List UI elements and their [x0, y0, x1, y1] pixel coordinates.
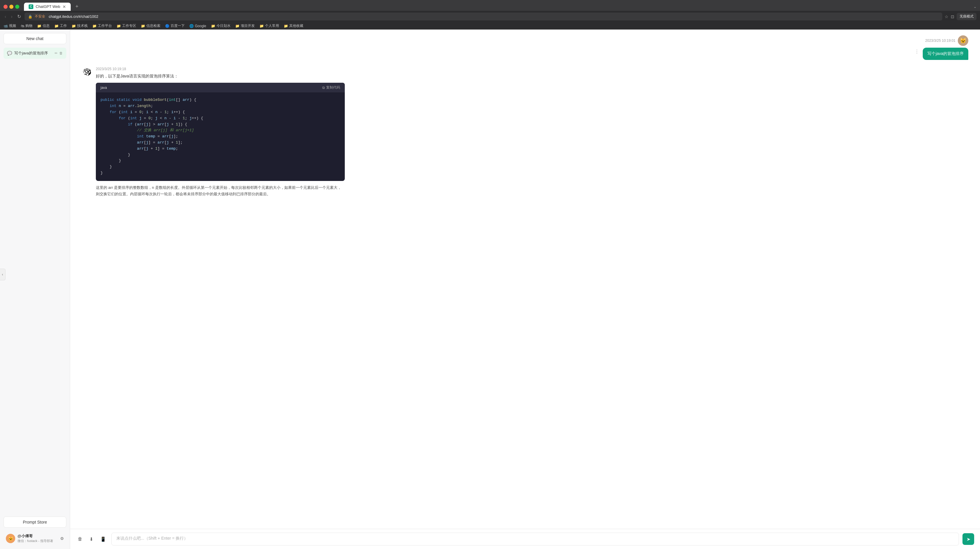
- code-line-6: // 交换 arr[j] 和 arr[j+1]: [100, 128, 340, 134]
- tab-expand: ⌄: [974, 5, 977, 9]
- new-chat-button[interactable]: New chat: [3, 33, 66, 44]
- code-line-12: }: [100, 164, 340, 170]
- bookmarks-bar: 📹视频 🛍购物 📁信息 📁工作 📁技术栈 📁工作平台 📁工作专区 📁信息检索 🔵…: [0, 22, 980, 30]
- bookmark-工作[interactable]: 📁工作: [54, 23, 67, 28]
- new-tab-button[interactable]: +: [73, 2, 81, 11]
- sidebar: New chat 💬 写个java的冒泡排序 ✏ 🗑 Prompt Store …: [0, 30, 70, 549]
- bookmark-label: 百度一下: [171, 23, 185, 28]
- assistant-timestamp: 2023/3/25 10:19:18: [96, 67, 345, 71]
- user-message-bubble: 写个java的冒泡排序: [923, 48, 968, 60]
- reader-view-button[interactable]: ⊡: [951, 14, 954, 19]
- user-message: 2023/3/25 10:19:01 😺 ⋮ 写个java的冒泡排序: [82, 35, 968, 60]
- message-options-button[interactable]: ⋮: [913, 48, 920, 56]
- bookmark-个人常用[interactable]: 📁个人常用: [259, 23, 279, 28]
- code-header: java ⧉ 复制代码: [96, 83, 345, 93]
- maximize-traffic-light[interactable]: [15, 5, 19, 9]
- assistant-message: 2023/3/25 10:19:18 好的，以下是Java语言实现的冒泡排序算法…: [82, 67, 345, 197]
- chat-input-field[interactable]: [111, 533, 959, 546]
- code-line-2: int n = arr.length;: [100, 103, 340, 109]
- bookmark-信息[interactable]: 📁信息: [37, 23, 50, 28]
- bookmark-label: 工作专区: [122, 23, 136, 28]
- minimize-traffic-light[interactable]: [10, 5, 13, 9]
- security-icon: 🔒: [28, 14, 32, 19]
- edit-chat-button[interactable]: ✏: [55, 51, 57, 55]
- send-button[interactable]: ➤: [963, 533, 974, 545]
- download-button[interactable]: ⬇: [88, 535, 95, 544]
- address-input[interactable]: 🔒 不安全 chatgpt.itedus.cn/#/chat/1002: [25, 13, 942, 21]
- bookmark-label: 工作: [60, 23, 67, 28]
- bookmark-label: 其他收藏: [289, 23, 303, 28]
- sidebar-spacer: [3, 60, 66, 517]
- user-message-header: 2023/3/25 10:19:01 😺: [925, 35, 968, 46]
- bookmark-label: 今日划水: [216, 23, 231, 28]
- user-subtitle: 微信：fustack - 指导部著: [18, 539, 58, 543]
- chat-item-bubble-sort[interactable]: 💬 写个java的冒泡排序 ✏ 🗑: [3, 48, 66, 59]
- assistant-content: 2023/3/25 10:19:18 好的，以下是Java语言实现的冒泡排序算法…: [96, 67, 345, 197]
- forward-button[interactable]: ›: [10, 13, 13, 21]
- tab-close-btn[interactable]: ✕: [62, 5, 66, 9]
- browser-tab[interactable]: C ChatGPT Web ✕: [24, 3, 71, 11]
- bookmark-信息检索[interactable]: 📁信息检索: [141, 23, 161, 28]
- code-line-10: }: [100, 152, 340, 158]
- bookmark-label: 技术栈: [77, 23, 88, 28]
- chat-item-actions: ✏ 🗑: [55, 51, 63, 55]
- code-line-1: public static void bubbleSort(int[] arr)…: [100, 97, 340, 103]
- code-line-9: arr[j + 1] = temp;: [100, 146, 340, 152]
- stealth-mode-button[interactable]: 无痕模式: [957, 13, 977, 20]
- assistant-intro-text: 好的，以下是Java语言实现的冒泡排序算法：: [96, 73, 345, 79]
- traffic-lights: [3, 5, 19, 9]
- bookmark-项目开发[interactable]: 📁项目开发: [235, 23, 255, 28]
- copy-icon: ⧉: [322, 86, 325, 90]
- address-bar: ‹ › ↻ 🔒 不安全 chatgpt.itedus.cn/#/chat/100…: [0, 11, 980, 22]
- chat-messages: 2023/3/25 10:19:01 😺 ⋮ 写个java的冒泡排序: [70, 30, 980, 529]
- chatgpt-logo-icon: [83, 68, 91, 76]
- code-line-4: for (int j = 0; j < n - i - 1; j++) {: [100, 115, 340, 121]
- settings-button[interactable]: ⚙: [60, 536, 64, 541]
- bookmark-star-button[interactable]: ☆: [945, 14, 948, 19]
- code-line-13: }: [100, 170, 340, 176]
- bookmark-视频[interactable]: 📹视频: [3, 23, 16, 28]
- user-message-avatar: 😺: [958, 35, 968, 46]
- share-button[interactable]: 📱: [99, 535, 108, 544]
- prompt-store-button[interactable]: Prompt Store: [3, 517, 66, 528]
- bookmark-google[interactable]: 🌐Google: [189, 24, 206, 28]
- avatar-emoji: 😺: [8, 536, 13, 541]
- delete-chat-button[interactable]: 🗑: [59, 51, 63, 55]
- bookmark-今日划水[interactable]: 📁今日划水: [211, 23, 231, 28]
- user-name: @小傅哥: [18, 533, 58, 539]
- security-label: 不安全: [35, 14, 45, 19]
- code-line-7: int temp = arr[j];: [100, 134, 340, 140]
- code-line-3: for (int i = 0; i < n - 1; i++) {: [100, 109, 340, 115]
- user-info: @小傅哥 微信：fustack - 指导部著: [18, 533, 58, 543]
- browser-chrome: C ChatGPT Web ✕ + ⌄ ‹ › ↻ 🔒 不安全 chatgpt.…: [0, 0, 980, 30]
- bookmark-label: Google: [195, 24, 206, 28]
- user-profile: 😺 @小傅哥 微信：fustack - 指导部著 ⚙: [3, 531, 66, 546]
- bookmark-label: 信息: [43, 23, 50, 28]
- tab-bar: C ChatGPT Web ✕ + ⌄: [0, 0, 980, 11]
- close-traffic-light[interactable]: [3, 5, 8, 9]
- code-line-5: if (arr[j] > arr[j + 1]) {: [100, 121, 340, 128]
- sidebar-collapse-button[interactable]: ‹: [0, 269, 6, 280]
- bookmark-百度一下[interactable]: 🔵百度一下: [165, 23, 185, 28]
- code-block: java ⧉ 复制代码 public static void bubbleSor…: [96, 83, 345, 181]
- code-line-11: }: [100, 158, 340, 164]
- bookmark-其他收藏[interactable]: 📁其他收藏: [284, 23, 303, 28]
- bookmark-技术栈[interactable]: 📁技术栈: [72, 23, 88, 28]
- bookmark-工作平台[interactable]: 📁工作平台: [92, 23, 112, 28]
- user-message-timestamp: 2023/3/25 10:19:01: [925, 38, 955, 43]
- assistant-desc-text: 这里的 arr 是要排序的整数数组，n 是数组的长度。外层循环从第一个元素开始，…: [96, 185, 345, 197]
- app-container: New chat 💬 写个java的冒泡排序 ✏ 🗑 Prompt Store …: [0, 30, 980, 549]
- copy-code-button[interactable]: ⧉ 复制代码: [322, 85, 340, 90]
- user-avatar: 😺: [6, 534, 15, 543]
- copy-label: 复制代码: [326, 85, 340, 90]
- back-button[interactable]: ‹: [3, 13, 7, 21]
- url-display: chatgpt.itedus.cn/#/chat/1002: [49, 14, 99, 19]
- code-line-8: arr[j] = arr[j + 1];: [100, 140, 340, 146]
- bookmark-label: 视频: [9, 23, 16, 28]
- tab-title: ChatGPT Web: [36, 5, 60, 9]
- bookmark-购物[interactable]: 🛍购物: [21, 23, 32, 28]
- delete-conversation-button[interactable]: 🗑: [76, 535, 84, 543]
- assistant-avatar: [82, 67, 92, 77]
- bookmark-工作专区[interactable]: 📁工作专区: [116, 23, 136, 28]
- refresh-button[interactable]: ↻: [16, 13, 22, 21]
